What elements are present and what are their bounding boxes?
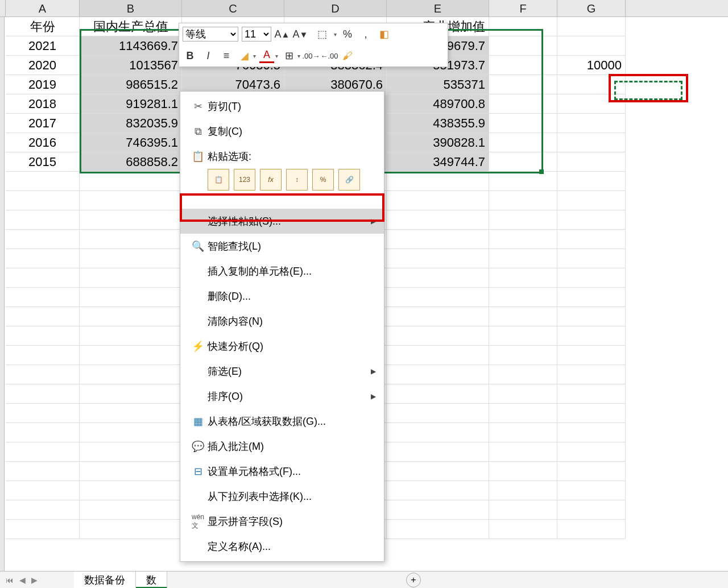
- cell-empty[interactable]: [489, 462, 557, 481]
- cell-G2[interactable]: [557, 36, 626, 56]
- cell-A5[interactable]: 2018: [6, 94, 80, 114]
- menu-copy[interactable]: ⧉ 复制(C): [180, 119, 384, 144]
- cell-B5[interactable]: 919281.1: [80, 94, 182, 114]
- cell-G7[interactable]: [557, 133, 626, 152]
- cell-empty[interactable]: [489, 230, 557, 249]
- cell-empty[interactable]: [6, 365, 80, 384]
- cell-A3[interactable]: 2020: [6, 56, 80, 75]
- cell-G3[interactable]: 10000: [557, 56, 626, 75]
- cell-G6[interactable]: [557, 114, 626, 133]
- cell-empty[interactable]: [557, 365, 626, 384]
- increase-font-icon[interactable]: A▲: [275, 27, 289, 42]
- cell-empty[interactable]: [80, 365, 182, 384]
- new-sheet-button[interactable]: +: [406, 573, 421, 587]
- cell-empty[interactable]: [6, 500, 80, 520]
- cell-empty[interactable]: [387, 365, 489, 384]
- cell-empty[interactable]: [387, 268, 489, 288]
- cell-empty[interactable]: [6, 404, 80, 423]
- paste-transpose-button[interactable]: ↕: [286, 169, 308, 191]
- cell-empty[interactable]: [80, 346, 182, 365]
- cell-empty[interactable]: [557, 520, 626, 539]
- border-icon[interactable]: ⊞: [282, 48, 296, 63]
- cell-empty[interactable]: [6, 384, 80, 404]
- cell-E4[interactable]: 535371: [387, 75, 489, 94]
- cell-B1[interactable]: 国内生产总值: [80, 17, 182, 36]
- cell-empty[interactable]: [6, 520, 80, 539]
- cell-empty[interactable]: [6, 423, 80, 442]
- cell-empty[interactable]: [387, 462, 489, 481]
- cell-B2[interactable]: 1143669.7: [80, 36, 182, 56]
- cell-B4[interactable]: 986515.2: [80, 75, 182, 94]
- cell-empty[interactable]: [6, 346, 80, 365]
- cell-empty[interactable]: [387, 210, 489, 230]
- menu-format-cells[interactable]: ⊟ 设置单元格格式(F)...: [180, 459, 384, 484]
- cell-F5[interactable]: [489, 94, 557, 114]
- cell-empty[interactable]: [557, 423, 626, 442]
- cell-empty[interactable]: [387, 384, 489, 404]
- font-size-select[interactable]: 11: [242, 27, 271, 42]
- cell-empty[interactable]: [489, 210, 557, 230]
- cell-empty[interactable]: [80, 404, 182, 423]
- cell-empty[interactable]: [387, 404, 489, 423]
- cell-empty[interactable]: [80, 384, 182, 404]
- cell-empty[interactable]: [6, 191, 80, 210]
- cell-empty[interactable]: [6, 210, 80, 230]
- font-color-icon[interactable]: A: [259, 48, 274, 63]
- cell-empty[interactable]: [557, 404, 626, 423]
- cell-empty[interactable]: [489, 481, 557, 500]
- cell-empty[interactable]: [80, 442, 182, 462]
- cell-empty[interactable]: [489, 346, 557, 365]
- cell-empty[interactable]: [387, 481, 489, 500]
- menu-phonetic[interactable]: wén文 显示拼音字段(S): [180, 509, 384, 534]
- menu-insert-comment[interactable]: 💬 插入批注(M): [180, 434, 384, 459]
- align-icon[interactable]: ≡: [219, 48, 234, 63]
- tab-scroll-first-icon[interactable]: ⏮: [6, 575, 14, 585]
- cell-empty[interactable]: [557, 481, 626, 500]
- paste-link-button[interactable]: 🔗: [338, 169, 360, 191]
- cell-B8[interactable]: 688858.2: [80, 152, 182, 172]
- cell-empty[interactable]: [489, 442, 557, 462]
- cell-empty[interactable]: [489, 191, 557, 210]
- cell-empty[interactable]: [6, 288, 80, 307]
- cell-empty[interactable]: [80, 326, 182, 346]
- italic-button[interactable]: I: [201, 48, 216, 63]
- cell-F8[interactable]: [489, 152, 557, 172]
- cell-empty[interactable]: [557, 384, 626, 404]
- cell-A1[interactable]: 年份: [6, 17, 80, 36]
- cell-empty[interactable]: [6, 230, 80, 249]
- cell-empty[interactable]: [557, 346, 626, 365]
- paste-formulas-button[interactable]: fx: [260, 169, 282, 191]
- font-family-select[interactable]: 等线: [183, 27, 238, 42]
- paste-all-button[interactable]: 📋: [208, 169, 229, 191]
- cell-empty[interactable]: [489, 288, 557, 307]
- cell-empty[interactable]: [80, 307, 182, 326]
- cell-empty[interactable]: [387, 442, 489, 462]
- cell-empty[interactable]: [6, 326, 80, 346]
- cell-empty[interactable]: [6, 249, 80, 268]
- cell-F7[interactable]: [489, 133, 557, 152]
- cell-empty[interactable]: [6, 462, 80, 481]
- sheet-tab-1[interactable]: 数据备份: [74, 572, 136, 589]
- cell-empty[interactable]: [387, 191, 489, 210]
- cell-empty[interactable]: [489, 500, 557, 520]
- cell-A6[interactable]: 2017: [6, 114, 80, 133]
- cell-empty[interactable]: [80, 481, 182, 500]
- cell-empty[interactable]: [557, 230, 626, 249]
- paste-values-button[interactable]: 123: [234, 169, 255, 191]
- cell-empty[interactable]: [387, 172, 489, 191]
- cell-E5[interactable]: 489700.8: [387, 94, 489, 114]
- decrease-decimal-icon[interactable]: ←.00: [322, 48, 337, 63]
- cell-empty[interactable]: [489, 268, 557, 288]
- cell-empty[interactable]: [557, 288, 626, 307]
- menu-filter[interactable]: 筛选(E) ▶: [180, 359, 384, 384]
- cell-empty[interactable]: [557, 442, 626, 462]
- cell-empty[interactable]: [80, 423, 182, 442]
- col-G[interactable]: G: [557, 0, 626, 16]
- cell-empty[interactable]: [6, 442, 80, 462]
- cell-empty[interactable]: [80, 520, 182, 539]
- cell-empty[interactable]: [387, 307, 489, 326]
- cell-G1[interactable]: [557, 17, 626, 36]
- bold-button[interactable]: B: [183, 48, 197, 63]
- col-F[interactable]: F: [489, 0, 557, 16]
- cell-empty[interactable]: [557, 210, 626, 230]
